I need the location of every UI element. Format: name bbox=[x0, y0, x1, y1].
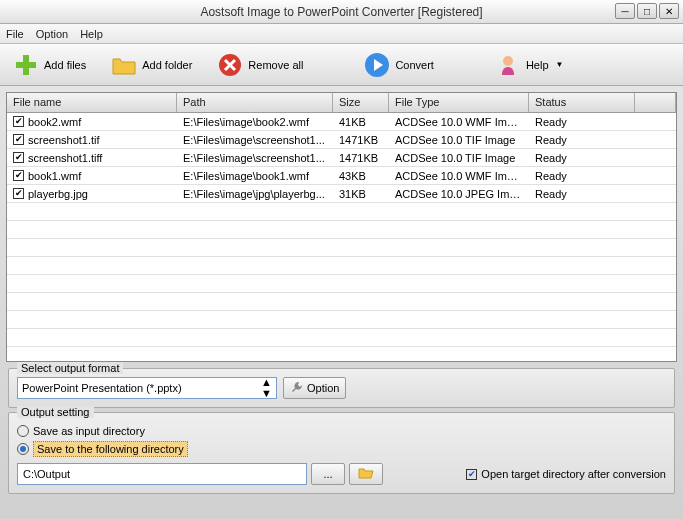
remove-icon bbox=[216, 51, 244, 79]
radio-save-input[interactable] bbox=[17, 425, 29, 437]
cell-type: ACDSee 10.0 TIF Image bbox=[389, 133, 529, 147]
svg-point-4 bbox=[503, 56, 513, 66]
wrench-icon bbox=[290, 380, 304, 396]
close-button[interactable]: ✕ bbox=[659, 3, 679, 19]
table-header: File name Path Size File Type Status bbox=[7, 93, 676, 113]
help-label: Help bbox=[526, 59, 549, 71]
cell-size: 1471KB bbox=[333, 133, 389, 147]
cell-path: E:\Files\image\book1.wmf bbox=[177, 169, 333, 183]
col-filetype[interactable]: File Type bbox=[389, 93, 529, 112]
svg-rect-1 bbox=[16, 62, 36, 68]
empty-row bbox=[7, 293, 676, 311]
play-icon bbox=[363, 51, 391, 79]
row-checkbox[interactable]: ✔ bbox=[13, 170, 24, 181]
format-group: Select output format PowerPoint Presenta… bbox=[8, 368, 675, 408]
remove-all-button[interactable]: Remove all bbox=[212, 49, 307, 81]
cell-path: E:\Files\image\screenshot1... bbox=[177, 133, 333, 147]
convert-label: Convert bbox=[395, 59, 434, 71]
table-row[interactable]: ✔screenshot1.tiffE:\Files\image\screensh… bbox=[7, 149, 676, 167]
empty-row bbox=[7, 329, 676, 347]
window-title: Aostsoft Image to PowerPoint Converter [… bbox=[200, 5, 482, 19]
plus-icon bbox=[12, 51, 40, 79]
format-select[interactable]: PowerPoint Presentation (*.pptx) ▲▼ bbox=[17, 377, 277, 399]
output-group-label: Output setting bbox=[17, 406, 94, 418]
cell-type: ACDSee 10.0 TIF Image bbox=[389, 151, 529, 165]
cell-size: 41KB bbox=[333, 115, 389, 129]
folder-icon bbox=[110, 51, 138, 79]
table-row[interactable]: ✔playerbg.jpgE:\Files\image\jpg\playerbg… bbox=[7, 185, 676, 203]
help-icon bbox=[494, 51, 522, 79]
cell-filename: playerbg.jpg bbox=[28, 188, 88, 200]
cell-type: ACDSee 10.0 JPEG Image bbox=[389, 187, 529, 201]
menu-bar: File Option Help bbox=[0, 24, 683, 44]
maximize-button[interactable]: □ bbox=[637, 3, 657, 19]
col-path[interactable]: Path bbox=[177, 93, 333, 112]
table-row[interactable]: ✔screenshot1.tifE:\Files\image\screensho… bbox=[7, 131, 676, 149]
empty-row bbox=[7, 347, 676, 361]
cell-filename: book2.wmf bbox=[28, 116, 81, 128]
empty-row bbox=[7, 221, 676, 239]
minimize-button[interactable]: ─ bbox=[615, 3, 635, 19]
add-files-label: Add files bbox=[44, 59, 86, 71]
cell-path: E:\Files\image\jpg\playerbg... bbox=[177, 187, 333, 201]
cell-filename: book1.wmf bbox=[28, 170, 81, 182]
cell-size: 43KB bbox=[333, 169, 389, 183]
save-input-label: Save as input directory bbox=[33, 425, 145, 437]
file-list: File name Path Size File Type Status ✔bo… bbox=[6, 92, 677, 362]
cell-filename: screenshot1.tif bbox=[28, 134, 100, 146]
format-selected: PowerPoint Presentation (*.pptx) bbox=[22, 382, 182, 394]
title-bar: Aostsoft Image to PowerPoint Converter [… bbox=[0, 0, 683, 24]
table-row[interactable]: ✔book1.wmfE:\Files\image\book1.wmf43KBAC… bbox=[7, 167, 676, 185]
option-button[interactable]: Option bbox=[283, 377, 346, 399]
menu-option[interactable]: Option bbox=[36, 28, 68, 40]
remove-all-label: Remove all bbox=[248, 59, 303, 71]
row-checkbox[interactable]: ✔ bbox=[13, 116, 24, 127]
row-checkbox[interactable]: ✔ bbox=[13, 188, 24, 199]
cell-filename: screenshot1.tiff bbox=[28, 152, 102, 164]
menu-help[interactable]: Help bbox=[80, 28, 103, 40]
cell-status: Ready bbox=[529, 187, 635, 201]
chevron-down-icon: ▼ bbox=[556, 60, 564, 69]
output-group: Output setting Save as input directory S… bbox=[8, 412, 675, 494]
col-spare bbox=[635, 93, 676, 112]
cell-type: ACDSee 10.0 WMF Image bbox=[389, 169, 529, 183]
add-files-button[interactable]: Add files bbox=[8, 49, 90, 81]
open-target-checkbox[interactable]: ✔ bbox=[466, 469, 477, 480]
menu-file[interactable]: File bbox=[6, 28, 24, 40]
cell-status: Ready bbox=[529, 115, 635, 129]
col-status[interactable]: Status bbox=[529, 93, 635, 112]
cell-status: Ready bbox=[529, 133, 635, 147]
convert-button[interactable]: Convert bbox=[359, 49, 438, 81]
cell-path: E:\Files\image\book2.wmf bbox=[177, 115, 333, 129]
toolbar: Add files Add folder Remove all Convert … bbox=[0, 44, 683, 86]
add-folder-button[interactable]: Add folder bbox=[106, 49, 196, 81]
browse-button[interactable]: ... bbox=[311, 463, 345, 485]
add-folder-label: Add folder bbox=[142, 59, 192, 71]
row-checkbox[interactable]: ✔ bbox=[13, 152, 24, 163]
help-button[interactable]: Help ▼ bbox=[490, 49, 568, 81]
empty-row bbox=[7, 275, 676, 293]
cell-size: 31KB bbox=[333, 187, 389, 201]
row-checkbox[interactable]: ✔ bbox=[13, 134, 24, 145]
open-folder-button[interactable] bbox=[349, 463, 383, 485]
empty-row bbox=[7, 203, 676, 221]
cell-type: ACDSee 10.0 WMF Image bbox=[389, 115, 529, 129]
radio-save-following[interactable] bbox=[17, 443, 29, 455]
format-group-label: Select output format bbox=[17, 362, 123, 374]
empty-row bbox=[7, 311, 676, 329]
spinner-icon: ▲▼ bbox=[261, 377, 272, 399]
empty-row bbox=[7, 257, 676, 275]
browse-label: ... bbox=[323, 468, 332, 480]
cell-path: E:\Files\image\screenshot1... bbox=[177, 151, 333, 165]
cell-size: 1471KB bbox=[333, 151, 389, 165]
cell-status: Ready bbox=[529, 151, 635, 165]
table-body: ✔book2.wmfE:\Files\image\book2.wmf41KBAC… bbox=[7, 113, 676, 361]
table-row[interactable]: ✔book2.wmfE:\Files\image\book2.wmf41KBAC… bbox=[7, 113, 676, 131]
option-label: Option bbox=[307, 382, 339, 394]
col-filename[interactable]: File name bbox=[7, 93, 177, 112]
col-size[interactable]: Size bbox=[333, 93, 389, 112]
save-following-label: Save to the following directory bbox=[33, 441, 188, 457]
output-path-value: C:\Output bbox=[23, 468, 70, 480]
output-path-input[interactable]: C:\Output bbox=[17, 463, 307, 485]
empty-row bbox=[7, 239, 676, 257]
